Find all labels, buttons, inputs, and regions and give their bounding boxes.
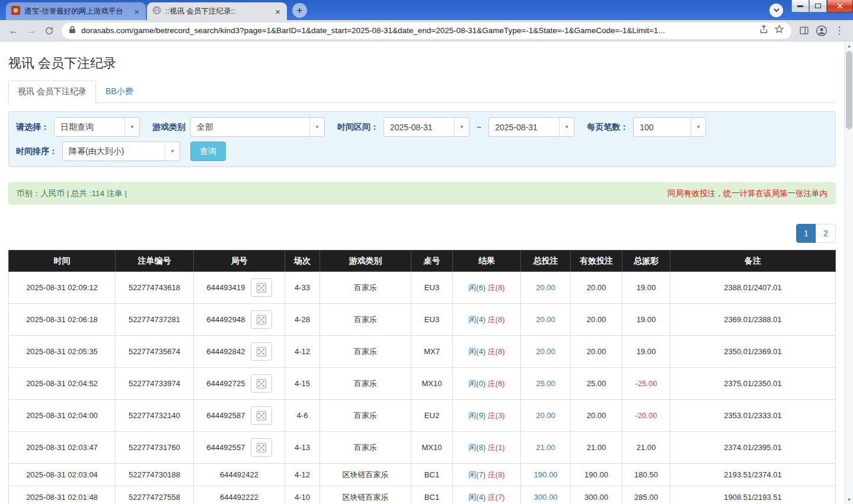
tab2-close-icon[interactable]: × <box>274 7 282 16</box>
browser-tab-2[interactable]: ::视讯 会员下注纪录:: × <box>147 2 287 20</box>
browser-tab-1[interactable]: 通宝-信誉最好的网上游戏平台 × <box>6 2 146 20</box>
browser-menu-button[interactable]: ⋮ <box>830 22 848 40</box>
page: 视讯 会员下注纪录 视讯 会员下注纪录 BB小费 请选择： 日期查询 ▼ 游戏类… <box>0 41 844 504</box>
caret-down-icon[interactable]: ▼ <box>309 118 324 136</box>
browser-toolbar: ← → dorasabs.com/game/betrecord_search/k… <box>0 20 853 41</box>
chevron-down-icon <box>773 5 780 16</box>
col-result: 结果 <box>453 251 521 272</box>
search-button[interactable]: 查询 <box>190 142 226 161</box>
caret-down-icon[interactable]: ▼ <box>454 118 469 136</box>
tab2-favicon-globe-icon <box>152 6 161 17</box>
cell-round: 644492842 <box>194 336 285 368</box>
cell-total-bet[interactable]: 190.00 <box>521 464 571 486</box>
cell-time: 2025-08-31 02:09:12 <box>9 272 116 304</box>
page-scrollbar[interactable]: ▲ ▼ <box>844 41 853 504</box>
window-controls <box>791 0 853 12</box>
date-start-select[interactable]: 2025-08-31 ▼ <box>384 117 469 137</box>
share-icon[interactable] <box>759 24 769 37</box>
cell-table: EU2 <box>411 400 453 432</box>
cell-payout: 19.00 <box>622 336 670 368</box>
table-row: 2025-08-31 02:04:52 522774733974 6444927… <box>9 368 836 400</box>
cell-time: 2025-08-31 02:04:00 <box>9 400 116 432</box>
refresh-button[interactable] <box>40 22 58 40</box>
tab-bb-tips[interactable]: BB小费 <box>96 81 143 103</box>
result-banker: 庄(7) <box>488 493 505 502</box>
tab1-title: 通宝-信誉最好的网上游戏平台 <box>24 7 129 17</box>
caret-down-icon[interactable]: ▼ <box>165 142 180 160</box>
cell-total-bet[interactable]: 25.00 <box>521 368 571 400</box>
profile-avatar[interactable] <box>813 22 830 40</box>
close-button[interactable] <box>827 0 853 12</box>
scroll-up-icon[interactable]: ▲ <box>845 41 853 50</box>
date-end-select[interactable]: 2025-08-31 ▼ <box>488 117 574 137</box>
cell-game: 百家乐 <box>320 400 411 432</box>
replay-dice-button[interactable] <box>251 342 272 361</box>
page-button-1[interactable]: 1 <box>796 224 816 243</box>
tab2-title: ::视讯 会员下注纪录:: <box>165 7 270 17</box>
bookmark-star-icon[interactable] <box>774 24 784 37</box>
lock-icon[interactable] <box>69 25 76 36</box>
replay-dice-button[interactable] <box>251 374 272 393</box>
tab-search-button[interactable] <box>769 4 783 17</box>
caret-down-icon[interactable]: ▼ <box>124 118 139 136</box>
table-row: 2025-08-31 02:05:35 522774735674 6444928… <box>9 336 836 368</box>
cell-payout: 180.50 <box>622 464 670 486</box>
maximize-button[interactable] <box>809 0 827 12</box>
result-player: 闲(9) <box>468 411 485 420</box>
cell-time: 2025-08-31 02:06:18 <box>9 304 116 336</box>
game-type-select[interactable]: 全部 ▼ <box>190 117 325 137</box>
replay-dice-button[interactable] <box>251 278 272 297</box>
cell-bet-no: 522774731760 <box>116 432 194 464</box>
cell-table: BC1 <box>411 486 453 504</box>
replay-dice-button[interactable] <box>251 438 272 457</box>
tab1-close-icon[interactable]: × <box>133 7 140 16</box>
forward-button[interactable]: → <box>23 22 40 40</box>
cell-session: 4-33 <box>285 272 320 304</box>
cell-total-bet[interactable]: 300.00 <box>521 486 571 504</box>
filter-row-1: 请选择： 日期查询 ▼ 游戏类别 全部 ▼ 时间区间： 2025-08-31 ▼… <box>16 117 828 137</box>
caret-down-icon[interactable]: ▼ <box>559 118 574 136</box>
side-panel-button[interactable] <box>795 22 813 40</box>
cell-remark: 2375.01/2350.01 <box>670 368 836 400</box>
cell-bet-no: 522774743618 <box>116 272 194 304</box>
cell-total-bet[interactable]: 20.00 <box>521 272 571 304</box>
sort-select[interactable]: 降幂(由大到小) ▼ <box>62 142 180 161</box>
cell-remark: 2353.01/2333.01 <box>670 400 836 432</box>
cell-total-bet[interactable]: 20.00 <box>521 304 571 336</box>
cell-result: 闲(0) 庄(6) <box>453 368 521 400</box>
col-valid-bet: 有效投注 <box>571 251 622 272</box>
cell-total-bet[interactable]: 20.00 <box>521 336 571 368</box>
page-viewport: 视讯 会员下注纪录 视讯 会员下注纪录 BB小费 请选择： 日期查询 ▼ 游戏类… <box>0 41 853 504</box>
cell-time: 2025-08-31 02:03:04 <box>9 464 116 486</box>
caret-down-icon[interactable]: ▼ <box>691 118 705 136</box>
page-button-2[interactable]: 2 <box>816 224 836 243</box>
scrollbar-thumb[interactable] <box>846 51 852 129</box>
col-total-bet: 总投注 <box>521 251 571 272</box>
minimize-button[interactable] <box>791 0 809 12</box>
cell-remark: 2374.01/2395.01 <box>670 432 836 464</box>
table-row: 2025-08-31 02:01:48 522774727558 6444922… <box>9 486 836 504</box>
result-banker: 庄(3) <box>488 411 505 420</box>
back-button[interactable]: ← <box>5 22 23 40</box>
new-tab-button[interactable]: + <box>292 3 307 18</box>
cell-result: 闲(7) 庄(8) <box>453 464 521 486</box>
url-input[interactable]: dorasabs.com/game/betrecord_search/kind3… <box>62 23 791 39</box>
cell-result: 闲(4) 庄(7) <box>453 486 521 504</box>
tab-bet-records[interactable]: 视讯 会员下注纪录 <box>8 81 96 103</box>
replay-dice-button[interactable] <box>251 310 272 329</box>
game-type-label: 游戏类别 <box>152 122 186 133</box>
replay-dice-button[interactable] <box>251 406 272 425</box>
maximize-icon <box>815 4 821 8</box>
cell-total-bet[interactable]: 20.00 <box>521 400 571 432</box>
cell-game: 百家乐 <box>320 336 411 368</box>
cell-time: 2025-08-31 02:01:48 <box>9 486 116 504</box>
cell-session: 4-15 <box>285 368 320 400</box>
col-game: 游戏类别 <box>320 251 411 272</box>
page-size-select[interactable]: 100 ▼ <box>633 117 706 137</box>
cell-valid-bet: 20.00 <box>571 272 622 304</box>
scroll-down-icon[interactable]: ▼ <box>845 495 853 504</box>
cell-payout: -20.00 <box>622 400 670 432</box>
cell-bet-no: 522774733974 <box>116 368 194 400</box>
cell-total-bet[interactable]: 21.00 <box>521 432 571 464</box>
query-type-select[interactable]: 日期查询 ▼ <box>54 117 140 137</box>
